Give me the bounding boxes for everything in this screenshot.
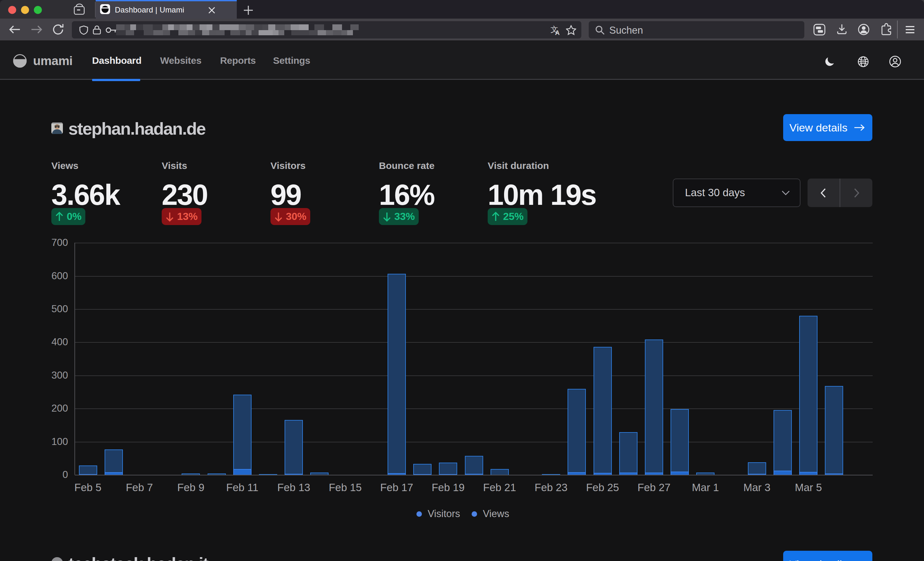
svg-text:A: A: [555, 29, 560, 35]
